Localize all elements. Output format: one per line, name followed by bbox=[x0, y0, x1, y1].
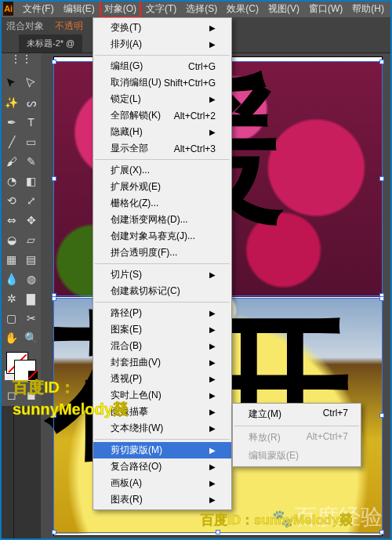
menu-view[interactable]: 视图(V) bbox=[263, 0, 304, 18]
submenu-item: 编辑蒙版(E) bbox=[233, 447, 361, 465]
menu-item[interactable]: 扩展(X)... bbox=[93, 162, 231, 179]
menu-window[interactable]: 窗口(W) bbox=[304, 0, 347, 18]
pencil-tool-icon[interactable]: ✎ bbox=[21, 151, 41, 171]
menu-item[interactable]: 排列(A)▶ bbox=[93, 36, 231, 53]
submenu-arrow-icon: ▶ bbox=[209, 325, 216, 334]
submenu-arrow-icon: ▶ bbox=[209, 342, 216, 350]
submenu-item[interactable]: 建立(M)Ctrl+7 bbox=[233, 405, 361, 423]
submenu-arrow-icon: ▶ bbox=[209, 309, 216, 317]
clipping-mask-submenu: 建立(M)Ctrl+7释放(R)Alt+Ctrl+7编辑蒙版(E) bbox=[232, 403, 361, 467]
menu-item[interactable]: 创建对象马赛克(J)... bbox=[93, 228, 231, 245]
submenu-arrow-icon: ▶ bbox=[209, 479, 216, 487]
menu-separator bbox=[95, 439, 230, 440]
magic-wand-tool-icon[interactable]: ✨ bbox=[2, 92, 21, 112]
menu-separator bbox=[95, 302, 230, 303]
menu-object[interactable]: 对象(O) bbox=[100, 0, 141, 18]
menu-item[interactable]: 复合路径(O)▶ bbox=[93, 458, 231, 475]
menu-item[interactable]: 变换(T)▶ bbox=[93, 20, 231, 36]
menu-effect[interactable]: 效果(C) bbox=[222, 0, 263, 18]
menu-item[interactable]: 剪切蒙版(M)▶ bbox=[93, 442, 231, 458]
submenu-arrow-icon: ▶ bbox=[209, 24, 216, 32]
menu-item[interactable]: 栅格化(Z)... bbox=[93, 195, 231, 212]
submenu-arrow-icon: ▶ bbox=[209, 95, 216, 103]
artboard-tool-icon[interactable]: ▢ bbox=[2, 308, 21, 328]
eraser-tool-icon[interactable]: ◧ bbox=[21, 171, 41, 190]
menu-type[interactable]: 文字(T) bbox=[141, 0, 181, 18]
selection-tool-icon[interactable] bbox=[2, 73, 21, 92]
menu-separator bbox=[95, 55, 230, 56]
shape-builder-tool-icon[interactable]: ◒ bbox=[2, 230, 21, 249]
options-label-1: 混合对象 bbox=[6, 20, 44, 33]
type-tool-icon[interactable]: T bbox=[21, 112, 41, 132]
menu-item[interactable]: 切片(S)▶ bbox=[93, 266, 231, 283]
app-logo: Ai bbox=[3, 2, 13, 16]
submenu-arrow-icon: ▶ bbox=[209, 128, 216, 136]
paintbrush-tool-icon[interactable]: 🖌 bbox=[2, 151, 21, 171]
menu-item[interactable]: 扩展外观(E) bbox=[93, 179, 231, 195]
menu-edit[interactable]: 编辑(E) bbox=[59, 0, 100, 18]
submenu-arrow-icon: ▶ bbox=[209, 408, 216, 416]
menu-separator bbox=[95, 159, 230, 160]
submenu-arrow-icon: ▶ bbox=[209, 358, 216, 367]
direct-selection-tool-icon[interactable] bbox=[21, 73, 41, 92]
menu-item[interactable]: 编组(G)Ctrl+G bbox=[93, 58, 231, 74]
document-tab[interactable]: 未标题-2* @ bbox=[19, 34, 82, 53]
annotation-watermark-bottom: 百度ID：sunnyMelody燚 bbox=[201, 511, 353, 529]
submenu-arrow-icon: ▶ bbox=[209, 446, 216, 455]
menu-separator bbox=[95, 263, 230, 264]
blob-brush-tool-icon[interactable]: ◔ bbox=[2, 171, 21, 190]
menu-item[interactable]: 拼合透明度(F)... bbox=[93, 245, 231, 261]
menu-item[interactable]: 取消编组(U)Shift+Ctrl+G bbox=[93, 74, 231, 91]
free-transform-tool-icon[interactable]: ✥ bbox=[21, 210, 41, 230]
scale-tool-icon[interactable]: ⤢ bbox=[21, 190, 41, 210]
menu-item[interactable]: 锁定(L)▶ bbox=[93, 91, 231, 107]
menu-item[interactable]: 创建渐变网格(D)... bbox=[93, 212, 231, 228]
menubar: Ai 文件(F) 编辑(E) 对象(O) 文字(T) 选择(S) 效果(C) 视… bbox=[0, 0, 392, 17]
mesh-tool-icon[interactable]: ▦ bbox=[2, 249, 21, 269]
lasso-tool-icon[interactable]: ᔕ bbox=[21, 92, 41, 112]
submenu-arrow-icon: ▶ bbox=[209, 391, 216, 400]
submenu-arrow-icon: ▶ bbox=[209, 40, 216, 49]
symbol-sprayer-tool-icon[interactable]: ✲ bbox=[2, 288, 21, 308]
menu-item[interactable]: 隐藏(H)▶ bbox=[93, 124, 231, 140]
annotation-watermark: 百度ID： sunnyMelody燚 bbox=[13, 376, 129, 420]
object-menu-dropdown: 变换(T)▶排列(A)▶编组(G)Ctrl+G取消编组(U)Shift+Ctrl… bbox=[93, 17, 232, 510]
submenu-arrow-icon: ▶ bbox=[209, 462, 216, 471]
pen-tool-icon[interactable]: ✒ bbox=[2, 112, 21, 132]
menu-item[interactable]: 创建裁切标记(C) bbox=[93, 283, 231, 299]
menu-item[interactable]: 全部解锁(K)Alt+Ctrl+2 bbox=[93, 107, 231, 124]
column-graph-tool-icon[interactable]: ▇ bbox=[21, 288, 41, 308]
tool-handle-icon[interactable]: ⋮⋮ bbox=[2, 53, 41, 64]
slice-tool-icon[interactable]: ✂ bbox=[21, 308, 41, 328]
submenu-arrow-icon: ▶ bbox=[209, 375, 216, 383]
menu-item[interactable]: 画板(A)▶ bbox=[93, 475, 231, 491]
eyedropper-tool-icon[interactable]: 💧 bbox=[2, 269, 21, 288]
blend-tool-icon[interactable]: ◍ bbox=[21, 269, 41, 288]
options-label-2: 不透明 bbox=[55, 20, 83, 33]
rotate-tool-icon[interactable]: ⟲ bbox=[2, 190, 21, 210]
zoom-tool-icon[interactable]: 🔍 bbox=[21, 328, 41, 347]
menu-item[interactable]: 显示全部Alt+Ctrl+3 bbox=[93, 140, 231, 157]
hand-tool-icon[interactable]: ✋ bbox=[2, 328, 21, 347]
menu-separator bbox=[234, 426, 359, 426]
menu-item[interactable]: 路径(P)▶ bbox=[93, 305, 231, 321]
menu-item[interactable]: 图案(E)▶ bbox=[93, 321, 231, 338]
gradient-tool-icon[interactable]: ▤ bbox=[21, 249, 41, 269]
line-tool-icon[interactable]: ╱ bbox=[2, 132, 21, 151]
submenu-arrow-icon: ▶ bbox=[209, 495, 216, 504]
submenu-arrow-icon: ▶ bbox=[209, 424, 216, 433]
menu-item[interactable]: 图表(R)▶ bbox=[93, 491, 231, 508]
menu-file[interactable]: 文件(F) bbox=[18, 0, 58, 18]
perspective-tool-icon[interactable]: ▱ bbox=[21, 230, 41, 249]
menu-item[interactable]: 封套扭曲(V)▶ bbox=[93, 354, 231, 371]
menu-select[interactable]: 选择(S) bbox=[181, 0, 222, 18]
menu-help[interactable]: 帮助(H) bbox=[347, 0, 389, 18]
rectangle-tool-icon[interactable]: ▭ bbox=[21, 132, 41, 151]
toolbox: ⋮⋮ ✨ ᔕ ✒ T ╱ ▭ 🖌 ✎ ◔ ◧ ⟲ ⤢ ⇔ ✥ ◒ ▱ ▦ ▤ 💧… bbox=[2, 53, 41, 406]
width-tool-icon[interactable]: ⇔ bbox=[2, 210, 21, 230]
menu-item[interactable]: 混合(B)▶ bbox=[93, 338, 231, 354]
submenu-arrow-icon: ▶ bbox=[209, 270, 216, 279]
submenu-item: 释放(R)Alt+Ctrl+7 bbox=[233, 429, 361, 447]
menu-item[interactable]: 文本绕排(W)▶ bbox=[93, 420, 231, 437]
